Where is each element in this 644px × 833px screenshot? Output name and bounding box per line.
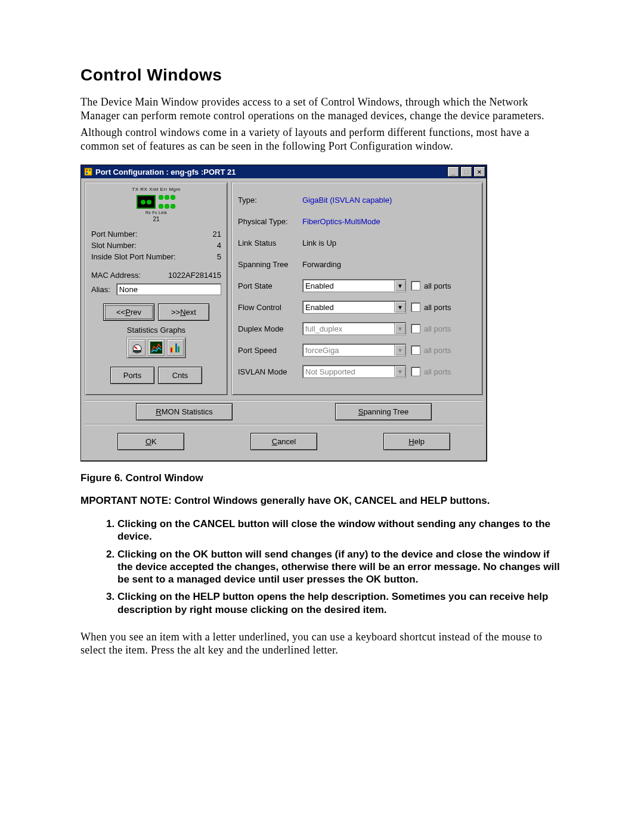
- left-panel: TX RX Xmt Err Mgm Rx Fc Link 21: [85, 182, 228, 395]
- paragraph: When you see an item with a letter under…: [80, 630, 566, 657]
- led-icon: [141, 200, 145, 205]
- chevron-down-icon[interactable]: ▼: [394, 302, 405, 312]
- property-label: Duplex Mode: [238, 324, 302, 333]
- port-led-box: [137, 195, 156, 209]
- allports-checkbox[interactable]: [411, 281, 420, 290]
- figure-caption: Figure 6. Control Window: [80, 472, 566, 484]
- note-item: Clicking on the HELP button opens the he…: [117, 590, 566, 616]
- combo-value: full_duplex: [305, 324, 394, 333]
- property-label: Port Speed: [238, 346, 302, 355]
- dialog-title: Port Configuration : eng-gfs :PORT 21: [95, 168, 447, 176]
- paragraph: The Device Main Window provides access t…: [80, 95, 566, 122]
- allports-checkbox[interactable]: [411, 302, 420, 312]
- svg-rect-5: [133, 350, 141, 352]
- port-number-value: 21: [200, 230, 221, 239]
- svg-rect-7: [171, 348, 172, 352]
- paragraph: Although control windows come in a varie…: [80, 126, 566, 153]
- diagram-port-number: 21: [91, 216, 221, 222]
- port-number-label: Port Number:: [91, 230, 137, 239]
- led-icon: [147, 200, 151, 205]
- right-panel: Type:GigaBit (ISVLAN capable)Physical Ty…: [231, 182, 483, 395]
- svg-rect-2: [89, 169, 91, 171]
- property-label: Port State: [238, 281, 302, 290]
- inside-slot-label: Inside Slot Port Number:: [91, 252, 176, 261]
- property-combo[interactable]: Enabled▼: [302, 279, 406, 292]
- section-heading: Control Windows: [80, 66, 566, 85]
- property-label: ISVLAN Mode: [238, 367, 302, 376]
- port-configuration-dialog: Port Configuration : eng-gfs :PORT 21 _ …: [80, 165, 487, 462]
- combo-value: Enabled: [305, 281, 394, 290]
- led-icon: [159, 204, 163, 209]
- chevron-down-icon: ▼: [394, 366, 405, 377]
- help-button[interactable]: Help: [383, 433, 450, 450]
- alias-field[interactable]: None: [116, 283, 221, 295]
- property-combo: forceGiga▼: [302, 343, 406, 357]
- close-button[interactable]: ×: [473, 166, 485, 177]
- note-item: Clicking on the CANCEL button will close…: [117, 518, 566, 543]
- important-note: MPORTANT NOTE: Control Windows generally…: [80, 495, 566, 507]
- allports-label: all ports: [424, 303, 451, 312]
- property-label: Type:: [238, 196, 302, 205]
- notes-list: Clicking on the CANCEL button will close…: [80, 518, 566, 616]
- property-row: ISVLAN ModeNot Supported▼all ports: [238, 363, 476, 380]
- allports-label: all ports: [424, 281, 451, 290]
- titlebar[interactable]: Port Configuration : eng-gfs :PORT 21 _ …: [81, 165, 487, 178]
- svg-rect-1: [86, 169, 88, 171]
- statistics-graphs-label: Statistics Graphs: [91, 326, 221, 335]
- allports-checkbox: [411, 324, 420, 333]
- prev-button[interactable]: << Prev: [103, 304, 154, 321]
- property-label: Flow Control: [238, 303, 302, 312]
- next-button[interactable]: >> Next: [158, 304, 209, 321]
- chevron-down-icon: ▼: [394, 323, 405, 334]
- statistics-graphs-toolbar: [126, 337, 186, 358]
- line-chart-icon[interactable]: [148, 339, 165, 356]
- diagram-top-labels: TX RX Xmt Err Mgm: [91, 187, 221, 192]
- rmon-statistics-button[interactable]: RMON Statistics: [136, 403, 233, 420]
- property-row: Duplex Modefull_duplex▼all ports: [238, 320, 476, 337]
- ports-button[interactable]: Ports: [110, 367, 154, 384]
- property-value: GigaBit (ISVLAN capable): [302, 196, 392, 205]
- property-row: Physical Type:FiberOptics-MultiMode: [238, 212, 476, 230]
- gauge-chart-icon[interactable]: [129, 339, 145, 356]
- chevron-down-icon[interactable]: ▼: [394, 280, 405, 291]
- leds-group: [158, 193, 176, 210]
- property-label: Spanning Tree: [238, 260, 302, 269]
- svg-rect-10: [178, 346, 179, 352]
- property-row: Type:GigaBit (ISVLAN capable): [238, 191, 476, 209]
- led-icon: [165, 195, 169, 200]
- property-row: Port SpeedforceGiga▼all ports: [238, 341, 476, 359]
- mac-address-value: 1022AF281415: [168, 271, 221, 280]
- cnts-button[interactable]: Cnts: [158, 367, 202, 384]
- allports-label: all ports: [424, 367, 451, 376]
- led-icon: [165, 204, 169, 209]
- port-diagram: TX RX Xmt Err Mgm Rx Fc Link 21: [91, 187, 221, 222]
- cancel-button[interactable]: Cancel: [250, 433, 317, 450]
- bar-chart-icon[interactable]: [167, 339, 184, 356]
- property-label: Physical Type:: [238, 217, 302, 226]
- bottom-button-row: OK Cancel Help: [85, 424, 483, 457]
- property-row: Spanning TreeForwarding: [238, 255, 476, 273]
- property-value: Forwarding: [302, 260, 341, 269]
- document-page: Control Windows The Device Main Window p…: [0, 0, 644, 696]
- ok-button[interactable]: OK: [117, 433, 184, 450]
- svg-rect-3: [86, 172, 88, 174]
- property-value: FiberOptics-MultiMode: [302, 217, 380, 226]
- svg-rect-9: [175, 343, 177, 352]
- led-icon: [171, 195, 175, 200]
- slot-number-value: 4: [200, 241, 221, 250]
- alias-label: Alias:: [91, 285, 110, 294]
- property-row: Flow ControlEnabled▼all ports: [238, 298, 476, 316]
- property-row: Link StatusLink is Up: [238, 234, 476, 252]
- maximize-button: □: [460, 166, 472, 177]
- allports-label: all ports: [424, 346, 451, 355]
- property-combo[interactable]: Enabled▼: [302, 301, 406, 314]
- property-row: Port StateEnabled▼all ports: [238, 277, 476, 295]
- spanning-tree-button[interactable]: Spanning Tree: [335, 403, 432, 420]
- minimize-button[interactable]: _: [447, 166, 459, 177]
- allports-checkbox: [411, 345, 420, 355]
- diagram-sub-labels: Rx Fc Link: [91, 210, 221, 215]
- property-value: Link is Up: [302, 239, 336, 247]
- svg-rect-0: [85, 168, 92, 175]
- property-label: Link Status: [238, 239, 302, 247]
- led-icon: [171, 204, 175, 209]
